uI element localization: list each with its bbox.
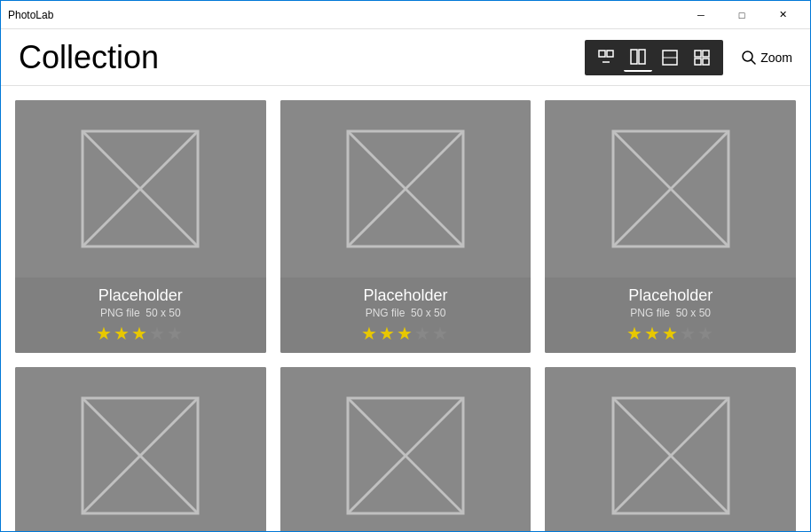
svg-rect-1 xyxy=(607,51,613,57)
star-filled: ★ xyxy=(397,324,414,343)
svg-line-12 xyxy=(752,59,756,64)
svg-rect-10 xyxy=(703,59,709,65)
star-empty: ★ xyxy=(680,324,697,343)
app-window: PhotoLab ─ □ ✕ Collection xyxy=(0,0,811,532)
star-filled: ★ xyxy=(361,324,379,343)
card-info: Placeholder PNG file 50 x 50 ★★★★★ xyxy=(15,278,266,353)
star-filled: ★ xyxy=(626,324,644,343)
photo-placeholder xyxy=(545,367,796,531)
star-filled: ★ xyxy=(114,324,131,343)
placeholder-image xyxy=(339,122,472,255)
card-name: Placeholder xyxy=(557,286,783,305)
star-filled: ★ xyxy=(131,324,149,343)
star-empty: ★ xyxy=(432,324,450,343)
svg-rect-8 xyxy=(703,51,709,57)
card-name: Placeholder xyxy=(293,286,519,305)
toolbar-btn-3[interactable] xyxy=(656,43,684,72)
svg-rect-9 xyxy=(695,59,701,65)
svg-rect-3 xyxy=(631,50,637,64)
card-info: Placeholder PNG file 50 x 50 ★★★★★ xyxy=(545,278,796,353)
svg-rect-4 xyxy=(639,50,645,64)
card-meta: PNG file 50 x 50 xyxy=(293,307,519,319)
photo-grid: Placeholder PNG file 50 x 50 ★★★★★ Place… xyxy=(15,100,796,531)
card-stars: ★★★★★ xyxy=(293,323,519,344)
page-title: Collection xyxy=(19,39,585,76)
placeholder-image xyxy=(74,122,207,255)
star-empty: ★ xyxy=(414,324,432,343)
placeholder-image xyxy=(339,389,472,522)
card-name: Placeholder xyxy=(28,286,254,305)
star-empty: ★ xyxy=(149,324,167,343)
toolbar-btn-2[interactable] xyxy=(624,43,652,72)
svg-rect-7 xyxy=(695,51,701,57)
card-stars: ★★★★★ xyxy=(557,323,783,344)
photo-card[interactable]: Placeholder PNG file 50 x 50 ★★★★★ xyxy=(15,367,266,531)
photo-card[interactable]: Placeholder PNG file 50 x 50 ★★★★★ xyxy=(545,100,796,353)
minimize-button[interactable]: ─ xyxy=(681,1,721,29)
card-meta: PNG file 50 x 50 xyxy=(557,307,783,319)
photo-placeholder xyxy=(545,100,796,278)
toolbar xyxy=(585,40,723,75)
photo-placeholder xyxy=(15,100,266,278)
card-stars: ★★★★★ xyxy=(28,323,254,344)
photo-card[interactable]: Placeholder PNG file 50 x 50 ★★★★★ xyxy=(280,367,531,531)
placeholder-image xyxy=(604,389,737,522)
photo-placeholder xyxy=(15,367,266,531)
star-empty: ★ xyxy=(697,324,715,343)
search-icon xyxy=(741,50,757,66)
placeholder-image xyxy=(604,122,737,255)
toolbar-btn-4[interactable] xyxy=(688,43,716,72)
close-button[interactable]: ✕ xyxy=(762,1,803,29)
card-meta: PNG file 50 x 50 xyxy=(28,307,254,319)
star-filled: ★ xyxy=(644,324,662,343)
title-bar-controls: ─ □ ✕ xyxy=(681,1,803,29)
header: Collection xyxy=(1,29,810,86)
card-info: Placeholder PNG file 50 x 50 ★★★★★ xyxy=(280,278,531,353)
photo-card[interactable]: Placeholder PNG file 50 x 50 ★★★★★ xyxy=(545,367,796,531)
maximize-button[interactable]: □ xyxy=(721,1,762,29)
photo-placeholder xyxy=(280,367,531,531)
photo-placeholder xyxy=(280,100,531,278)
toolbar-btn-1[interactable] xyxy=(592,43,620,72)
zoom-label: Zoom xyxy=(760,51,792,65)
app-title: PhotoLab xyxy=(8,9,53,21)
star-empty: ★ xyxy=(167,324,185,343)
zoom-button[interactable]: Zoom xyxy=(741,50,792,66)
photo-card[interactable]: Placeholder PNG file 50 x 50 ★★★★★ xyxy=(15,100,266,353)
photo-card[interactable]: Placeholder PNG file 50 x 50 ★★★★★ xyxy=(280,100,531,353)
star-filled: ★ xyxy=(379,324,397,343)
title-bar: PhotoLab ─ □ ✕ xyxy=(1,1,810,29)
star-filled: ★ xyxy=(96,324,114,343)
svg-rect-0 xyxy=(599,51,605,57)
header-right: Zoom xyxy=(741,50,792,66)
star-filled: ★ xyxy=(662,324,680,343)
placeholder-image xyxy=(74,389,207,522)
content-area: Placeholder PNG file 50 x 50 ★★★★★ Place… xyxy=(1,86,810,531)
